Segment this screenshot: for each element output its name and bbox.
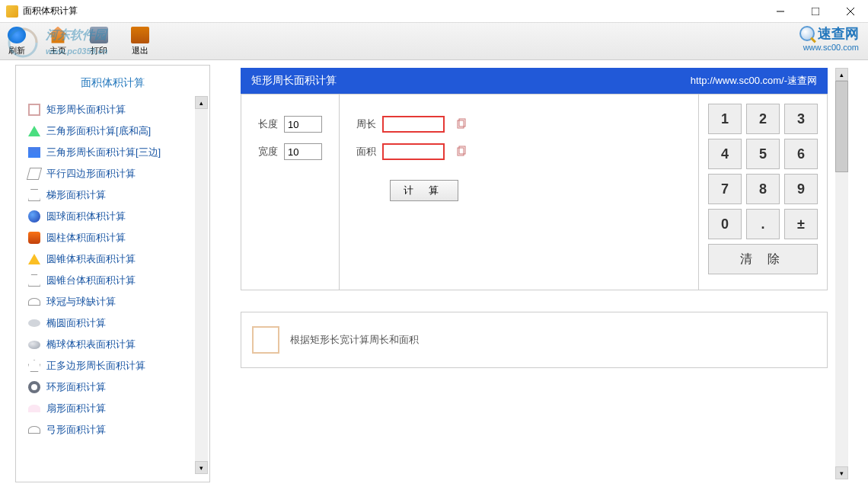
parallelogram-icon [27,168,42,180]
scroll-down-icon[interactable]: ▾ [835,466,848,479]
key-3[interactable]: 3 [784,104,818,134]
sidebar-item-parallelogram[interactable]: 平行四边形面积计算 [24,163,202,184]
app-icon [6,5,18,18]
main: 矩形周长面积计算 http://www.sc00.com/-速查网 长度 宽度 [210,60,868,487]
sidebar-title: 面积体积计算 [16,72,209,99]
sidebar-item-cone[interactable]: 圆锥体积表面积计算 [24,248,202,270]
cap-icon [28,298,40,306]
key-0[interactable]: 0 [708,209,742,239]
polygon-icon [28,360,40,372]
calc-panel: 长度 宽度 周长 [241,94,828,290]
sidebar: 面积体积计算 矩形周长面积计算 三角形面积计算[底和高] 三角形周长面积计算[三… [15,65,210,482]
input-group: 长度 宽度 [241,95,339,290]
svg-rect-1 [812,8,819,15]
key-5[interactable]: 5 [746,139,780,169]
area-output [382,143,445,160]
copy-area-icon[interactable] [455,146,468,158]
maximize-button[interactable] [798,0,833,23]
key-8[interactable]: 8 [746,174,780,204]
cylinder-icon [28,232,40,244]
scroll-up-icon[interactable]: ▴ [195,96,208,109]
triangle-icon [28,147,40,158]
exit-button[interactable]: 退出 [131,27,149,56]
scroll-down-icon[interactable]: ▾ [195,461,208,474]
sidebar-item-trapezoid[interactable]: 梯形面积计算 [24,184,202,206]
output-group: 周长 面积 计 算 [339,95,484,290]
close-button[interactable] [833,0,868,23]
key-7[interactable]: 7 [708,174,742,204]
length-input[interactable] [284,116,322,133]
key-6[interactable]: 6 [784,139,818,169]
sidebar-item-frustum[interactable]: 圆锥台体积面积计算 [24,270,202,291]
titlebar: 面积体积计算 [0,0,868,23]
sphere-icon [28,210,40,223]
brand: 速查网 www.sc00.com [799,24,859,52]
sidebar-item-triangle-bh[interactable]: 三角形面积计算[底和高] [24,120,202,142]
trapezoid-icon [28,189,40,201]
sector-icon [28,405,40,412]
sidebar-item-spherical-cap[interactable]: 球冠与球缺计算 [24,291,202,312]
magnifier-icon [799,26,815,41]
home-icon [49,27,67,43]
perimeter-output [382,116,445,133]
perimeter-label: 周长 [356,117,376,131]
content: 面积体积计算 矩形周长面积计算 三角形面积计算[底和高] 三角形周长面积计算[三… [0,59,868,487]
key-4[interactable]: 4 [708,139,742,169]
frustum-icon [28,274,40,287]
refresh-icon [8,27,26,43]
triangle-icon [28,126,40,136]
length-label: 长度 [258,117,278,131]
cone-icon [28,254,40,264]
calculate-button[interactable]: 计 算 [390,180,458,201]
panel-title: 矩形周长面积计算 [251,74,337,88]
brand-name: 速查网 [818,24,859,43]
key-1[interactable]: 1 [708,104,742,134]
home-button[interactable]: 主页 [49,27,67,56]
sidebar-item-triangle-sides[interactable]: 三角形周长面积计算[三边] [24,142,202,163]
sidebar-item-rectangle[interactable]: 矩形周长面积计算 [24,99,202,120]
sidebar-item-ellipsoid[interactable]: 椭球体积表面积计算 [24,334,202,355]
segment-icon [28,426,40,434]
toolbar: 河东软件园www.pc0359.cn 刷新 主页 打印 退出 速查网 www.s… [0,23,868,59]
sidebar-item-sector[interactable]: 扇形面积计算 [24,398,202,419]
width-input[interactable] [284,143,322,160]
window-title: 面积体积计算 [23,5,78,18]
description-panel: 根据矩形长宽计算周长和面积 [241,312,828,368]
brand-url: www.sc00.com [803,43,859,52]
area-label: 面积 [356,145,376,159]
panel-link[interactable]: http://www.sc00.com/-速查网 [691,74,817,88]
sidebar-item-sphere[interactable]: 圆球面积体积计算 [24,206,202,227]
copy-perimeter-icon[interactable] [455,118,468,130]
key-dot[interactable]: . [746,209,780,239]
sidebar-item-ellipse[interactable]: 椭圆面积计算 [24,312,202,334]
sidebar-item-ring[interactable]: 环形面积计算 [24,376,202,398]
keypad: 1 2 3 4 5 6 7 8 9 [698,95,827,290]
scroll-up-icon[interactable]: ▴ [835,68,848,81]
main-scrollbar[interactable]: ▴ ▾ [835,68,848,479]
ring-icon [28,381,40,393]
sidebar-list: 矩形周长面积计算 三角形面积计算[底和高] 三角形周长面积计算[三边] 平行四边… [16,99,209,473]
rectangle-icon [28,104,40,116]
sidebar-item-polygon[interactable]: 正多边形周长面积计算 [24,355,202,376]
key-plusminus[interactable]: ± [784,209,818,239]
ellipse-icon [28,319,40,327]
sidebar-scrollbar[interactable]: ▴ ▾ [195,96,208,474]
panel-header: 矩形周长面积计算 http://www.sc00.com/-速查网 [241,68,828,94]
key-9[interactable]: 9 [784,174,818,204]
sidebar-item-cylinder[interactable]: 圆柱体积面积计算 [24,227,202,248]
ellipsoid-icon [28,341,40,349]
print-icon [90,27,108,43]
description-icon [252,326,279,354]
window-controls [763,0,868,23]
sidebar-item-segment[interactable]: 弓形面积计算 [24,419,202,441]
description-text: 根据矩形长宽计算周长和面积 [290,333,419,347]
minimize-button[interactable] [763,0,798,23]
refresh-button[interactable]: 刷新 [8,27,26,56]
exit-icon [131,27,149,43]
key-2[interactable]: 2 [746,104,780,134]
print-button[interactable]: 打印 [90,27,108,56]
scroll-thumb[interactable] [835,81,848,172]
key-clear[interactable]: 清 除 [708,244,818,274]
width-label: 宽度 [258,145,278,159]
